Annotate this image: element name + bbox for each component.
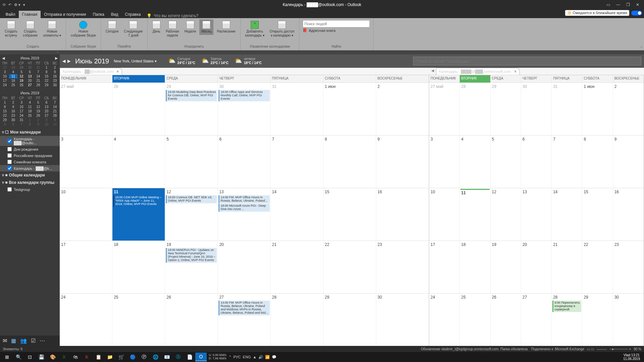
calendar-cell[interactable]: 9 (613, 136, 644, 188)
minical-day[interactable]: 29 (1, 118, 9, 122)
view-schedule-button[interactable]: Расписание (215, 19, 237, 35)
calendar-cell[interactable]: 7 (271, 136, 324, 188)
calendar-cell[interactable]: 27 май (429, 83, 460, 135)
minical-day[interactable]: 27 (42, 113, 51, 118)
taskbar-app[interactable]: 🎨 (47, 353, 58, 361)
zoom-slider[interactable]: ─●────── + (609, 347, 631, 351)
minical-day[interactable]: 2 (34, 118, 42, 122)
calendar-cell[interactable]: 24 (429, 294, 460, 346)
today-button[interactable]: Сегодня (104, 19, 120, 35)
people-icon[interactable]: 👥 (20, 338, 27, 344)
minical-day[interactable]: 11 (9, 74, 17, 79)
taskbar-app[interactable]: Ⓟ (138, 353, 150, 361)
calendar-cell[interactable]: 2 (613, 83, 644, 135)
minical-day[interactable]: 9 (34, 122, 42, 126)
task-view-button[interactable]: ⊡ (24, 353, 36, 361)
calendar-cell[interactable]: 20 (218, 241, 270, 293)
calendar-list-item[interactable]: Семейная комната (0, 159, 60, 165)
maximize-button[interactable]: ❐ (626, 2, 630, 7)
calendar-cell[interactable]: 24 (60, 294, 112, 346)
calendar-cell[interactable]: 6 (521, 136, 552, 188)
calendar-search-input[interactable] (413, 57, 641, 65)
calendar-event[interactable]: 18:00 Office Apps and Services Monthly C… (218, 90, 269, 101)
calendar-event[interactable]: 14:00 FW: MVP Office Hours in Russia, Be… (218, 195, 269, 203)
calendar-cell[interactable]: 289:00 Переключить кондиционер в серверн… (552, 294, 582, 346)
view-week-button[interactable]: Неделя (182, 19, 198, 35)
calendar-cell[interactable]: 27 (521, 294, 552, 346)
calendar-cell[interactable]: 22 (324, 241, 376, 293)
minical-day[interactable]: 10 (42, 122, 51, 126)
address-book-button[interactable]: 📕 Адресная книга (303, 28, 370, 33)
minical-day[interactable]: 28 (51, 113, 59, 118)
ribbon-display-icon[interactable]: ▭ (606, 2, 610, 7)
more-icon[interactable]: ⋯ (40, 338, 45, 344)
taskbar-explorer[interactable]: 📁 (104, 353, 115, 361)
minical-day[interactable]: 5 (17, 70, 26, 74)
calendar-checkbox[interactable] (7, 160, 12, 164)
calendar-cell[interactable]: 10 (60, 188, 112, 241)
minical-day[interactable]: 10 (17, 105, 26, 109)
mail-icon[interactable]: ✉ (3, 338, 7, 344)
minical-day[interactable]: 26 (17, 83, 26, 87)
minical-day[interactable]: 30 (26, 65, 34, 70)
minical-day[interactable]: 8 (1, 105, 9, 109)
minical-day[interactable]: 13 (26, 74, 34, 79)
minical-day[interactable]: 27 (26, 83, 34, 87)
minical-day[interactable]: 26 (34, 113, 42, 118)
new-appointment-button[interactable]: Создать встречу (3, 19, 19, 39)
qat-customize-icon[interactable]: ▾ (23, 3, 25, 7)
calendar-cell[interactable]: 1918:00 MINERVA PGI - Updates on New Tec… (165, 241, 218, 293)
calendar-event[interactable]: 14:00 FW: MVP Office Hours in Russia, Be… (218, 301, 269, 315)
calendar-cell[interactable]: 7 (552, 136, 582, 188)
minical-day[interactable]: 8 (42, 70, 51, 74)
taskbar-app[interactable]: 📧 (161, 353, 172, 361)
calendar-cell[interactable]: 29 (491, 83, 521, 135)
taskbar-app[interactable]: 📄 (184, 353, 195, 361)
calendar-cell[interactable]: 31 (271, 83, 324, 135)
tab-view[interactable]: Вид (108, 11, 122, 18)
minical-day[interactable]: 1 (42, 65, 51, 70)
taskbar-app[interactable]: 🛒 (115, 353, 127, 361)
minical-day[interactable]: 4 (9, 70, 17, 74)
minical-day[interactable]: 5 (1, 122, 9, 126)
minical-day[interactable]: 28 (34, 83, 42, 87)
calendar-cell[interactable]: 30 (376, 294, 429, 346)
minical-day[interactable]: 1 (1, 100, 9, 105)
minical-day[interactable]: 24 (17, 113, 26, 118)
calendar-cell[interactable]: 29 (582, 294, 613, 346)
calendar-cell[interactable]: 2714:00 FW: MVP Office Hours in Russia, … (218, 294, 270, 346)
minical-day[interactable]: 4 (26, 100, 34, 105)
calendar-cell[interactable]: 1 июн (324, 83, 376, 135)
calendar-cell[interactable]: 25 (460, 294, 490, 346)
minical-day[interactable]: 23 (51, 79, 59, 83)
minical-day[interactable]: 6 (42, 100, 51, 105)
calendar-cell[interactable]: 17 (60, 241, 112, 293)
calendar-event[interactable]: 19:00 Cosmos DB .NET SDK v3; Online; MVP… (166, 195, 217, 203)
calendar-cell[interactable]: 26 (165, 294, 218, 346)
section-group-calendars[interactable]: ▿ ■ Все календари группы (0, 179, 60, 186)
calendar-cell[interactable]: 21 (271, 241, 324, 293)
calendar-list-item[interactable]: Testgroup (0, 186, 60, 193)
minical-day[interactable]: 7 (34, 70, 42, 74)
tell-me-search[interactable]: 💡 Что вы хотите сделать? (147, 13, 198, 18)
calendar-checkbox[interactable] (7, 166, 12, 170)
tab-scroll-left-icon[interactable]: ◀ (429, 68, 436, 75)
minical-day[interactable]: 24 (1, 83, 9, 87)
minical-day[interactable]: 31 (17, 118, 26, 122)
coming-soon-toggle[interactable] (631, 11, 642, 15)
calendar-cell[interactable]: 23 (613, 241, 644, 293)
minical-day[interactable]: 23 (9, 113, 17, 118)
minimize-button[interactable]: ― (616, 2, 620, 7)
people-search-input[interactable] (303, 20, 370, 28)
taskbar-store[interactable]: 🛍 (70, 353, 81, 361)
minical-day[interactable]: 21 (51, 109, 59, 113)
minical-day[interactable]: 11 (51, 122, 59, 126)
taskbar-chrome[interactable]: 🌐 (150, 353, 161, 361)
minical-day[interactable]: 25 (9, 83, 17, 87)
share-calendar-button[interactable]: Открыть доступ к календарю ▾ (268, 19, 297, 39)
calendar-cell[interactable]: 28 (271, 294, 324, 346)
minical-day[interactable]: 8 (26, 122, 34, 126)
calendar-cell[interactable]: 30 (521, 83, 552, 135)
minical-day[interactable]: 15 (1, 109, 9, 113)
calendar-cell[interactable]: 5 (165, 136, 218, 188)
